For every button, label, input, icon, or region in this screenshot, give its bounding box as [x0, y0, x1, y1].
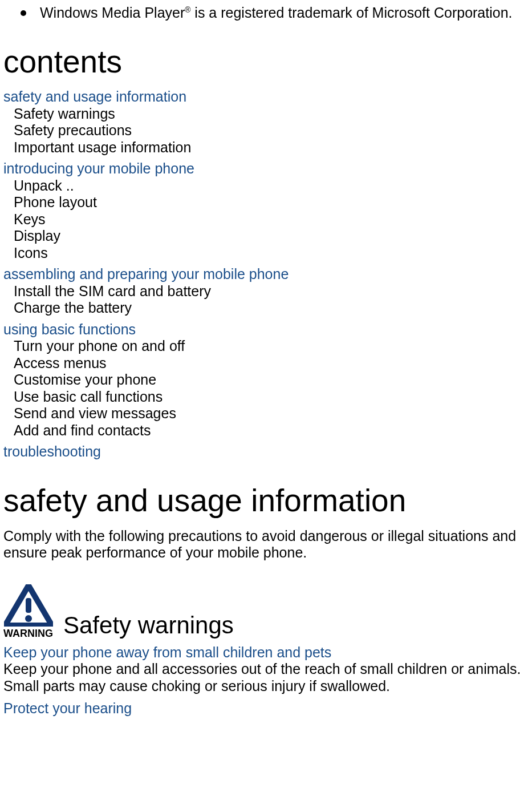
heading-safety-warnings: Safety warnings [63, 613, 234, 640]
toc-item[interactable]: Safety warnings [14, 106, 520, 123]
toc-item[interactable]: Icons [14, 245, 520, 262]
toc-item[interactable]: Turn your phone on and off [14, 338, 520, 355]
toc-head[interactable]: introducing your mobile phone [3, 160, 520, 177]
toc-item[interactable]: Access menus [14, 355, 520, 372]
toc-item[interactable]: Important usage information [14, 139, 520, 156]
trademark-bullet: Windows Media Player® is a registered tr… [21, 5, 520, 22]
toc-item[interactable]: Add and find contacts [14, 422, 520, 439]
toc-section-basic-functions: using basic functions Turn your phone on… [3, 321, 520, 439]
toc-section-assembling: assembling and preparing your mobile pho… [3, 266, 520, 317]
heading-safety-usage: safety and usage information [3, 484, 520, 518]
toc-head[interactable]: safety and usage information [3, 88, 520, 106]
svg-point-2 [25, 615, 32, 622]
toc-item[interactable]: Send and view messages [14, 405, 520, 422]
subhead-keep-away: Keep your phone away from small children… [3, 644, 520, 661]
toc-head[interactable]: assembling and preparing your mobile pho… [3, 266, 520, 283]
svg-rect-1 [26, 598, 31, 613]
toc-item[interactable]: Use basic call functions [14, 389, 520, 406]
toc-section-troubleshooting: troubleshooting [3, 443, 520, 460]
toc-item[interactable]: Unpack .. [14, 177, 520, 195]
intro-paragraph: Comply with the following precautions to… [3, 528, 520, 561]
toc-item[interactable]: Safety precautions [14, 122, 520, 139]
toc-item[interactable]: Charge the battery [14, 300, 520, 317]
toc-item[interactable]: Phone layout [14, 194, 520, 211]
warning-icon-block: WARNING [3, 584, 53, 640]
safety-warnings-header: WARNING Safety warnings [3, 584, 520, 640]
toc-head[interactable]: using basic functions [3, 321, 520, 338]
heading-contents: contents [3, 46, 520, 79]
trademark-prefix: Windows Media Player [40, 5, 185, 21]
trademark-suffix: is a registered trademark of Microsoft C… [190, 5, 512, 21]
warning-label: WARNING [3, 628, 53, 640]
trademark-text: Windows Media Player® is a registered tr… [40, 5, 520, 22]
warning-triangle-icon [4, 584, 53, 627]
toc-head[interactable]: troubleshooting [3, 443, 520, 460]
para-keep-away: Keep your phone and all accessories out … [3, 661, 520, 694]
toc-section-introducing: introducing your mobile phone Unpack .. … [3, 160, 520, 261]
toc-section-safety: safety and usage information Safety warn… [3, 88, 520, 156]
toc-item[interactable]: Keys [14, 211, 520, 228]
bullet-icon [21, 10, 26, 16]
toc-item[interactable]: Display [14, 228, 520, 245]
toc-item[interactable]: Install the SIM card and battery [14, 283, 520, 300]
toc-item[interactable]: Customise your phone [14, 371, 520, 389]
registered-symbol: ® [185, 6, 190, 14]
subhead-protect-hearing: Protect your hearing [3, 700, 520, 717]
